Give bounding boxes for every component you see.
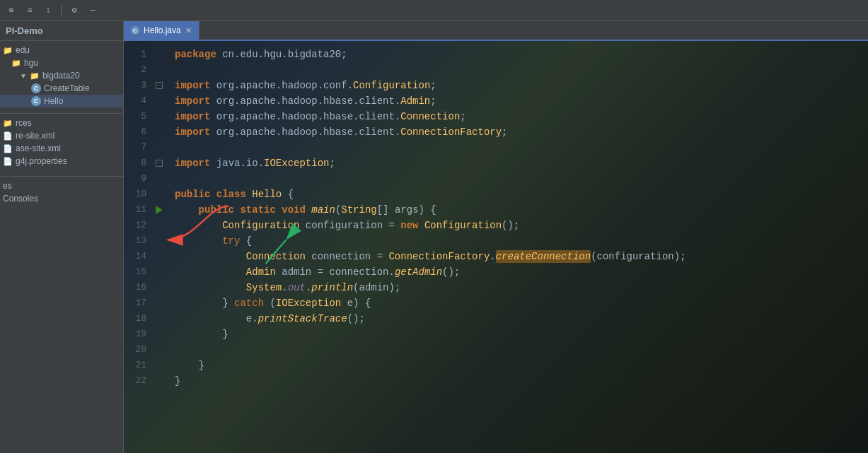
tab-label-hello: Hello.java xyxy=(144,25,181,35)
code-token: java.io. xyxy=(210,158,264,169)
sidebar-label-ase-site: ase-site.xml xyxy=(16,143,61,153)
code-line: e.printStackTrace(); xyxy=(175,311,860,326)
tab-close-button[interactable]: ✕ xyxy=(185,26,192,35)
code-token: (admin); xyxy=(353,282,400,293)
toolbar-icon-settings[interactable]: ⚙ xyxy=(69,5,80,16)
gutter-empty xyxy=(152,171,166,187)
line-number: 8 xyxy=(124,155,146,171)
toolbar-icon-minimize[interactable]: — xyxy=(87,5,98,16)
line-number: 13 xyxy=(124,233,146,249)
code-line: public class Hello { xyxy=(175,187,860,202)
gutter-empty xyxy=(152,280,166,295)
code-token xyxy=(175,266,246,278)
project-name: PI-Demo xyxy=(0,21,123,41)
code-line: System.out.println(admin); xyxy=(175,280,860,295)
keyword-token: import xyxy=(175,95,210,107)
run-marker[interactable] xyxy=(152,202,166,218)
sidebar-item-createtable[interactable]: C CreateTable xyxy=(0,82,123,95)
code-token: ; xyxy=(430,95,436,107)
line-number: 1 xyxy=(124,47,146,62)
code-line: import org.apache.hadoop.conf.Configurat… xyxy=(175,78,860,93)
classname-token: Connection xyxy=(400,111,460,122)
sidebar-item-es[interactable]: es xyxy=(0,180,123,192)
sidebar-label-bigdata20: bigdata20 xyxy=(42,71,80,81)
code-line: import java.io.IOException; xyxy=(175,155,860,171)
highlight-token: createConnection xyxy=(496,250,591,263)
classname-token: Hello xyxy=(252,189,282,200)
code-token: { xyxy=(282,189,294,200)
gutter-empty xyxy=(152,264,166,280)
folder-icon-edu: 📁 xyxy=(3,46,13,55)
code-content[interactable]: package cn.edu.hgu.bigdata20; import org… xyxy=(166,41,868,453)
keyword-token: void xyxy=(282,204,306,216)
sidebar-label-consoles: Consoles xyxy=(3,194,38,204)
code-token: (); xyxy=(347,313,365,324)
line-number: 20 xyxy=(124,342,146,358)
classname-token: Configuration xyxy=(424,220,502,231)
sidebar-item-hello[interactable]: C Hello xyxy=(0,95,123,107)
gutter-empty xyxy=(152,249,166,264)
gutter-empty xyxy=(152,93,166,109)
line-number: 2 xyxy=(124,62,146,78)
sidebar-item-edu[interactable]: 📁 edu xyxy=(0,44,123,57)
classname-token: Admin xyxy=(246,266,276,278)
toolbar: ⊕ ≡ ↕ ⚙ — xyxy=(0,0,868,21)
method-token: main xyxy=(311,204,335,216)
line-number: 9 xyxy=(124,171,146,187)
line-number: 5 xyxy=(124,109,146,124)
file-icon-ase-site: 📄 xyxy=(3,144,13,153)
line-number: 12 xyxy=(124,218,146,233)
fold-marker[interactable]: − xyxy=(152,155,166,171)
folder-icon-rces: 📁 xyxy=(3,119,13,128)
code-token xyxy=(210,189,216,200)
keyword-token: import xyxy=(175,158,210,169)
gutter-empty xyxy=(152,342,166,358)
code-token: (); xyxy=(442,266,460,278)
code-token: ( xyxy=(264,298,276,309)
sidebar-item-re-site-xml[interactable]: 📄 re-site.xml xyxy=(0,129,123,142)
code-line: public static void main(String[] args) { xyxy=(175,202,860,218)
code-token xyxy=(276,204,282,216)
editor-scroll[interactable]: 12345678910111213141516171819202122 −− p… xyxy=(124,41,868,453)
sidebar-item-hgu[interactable]: 📁 hgu xyxy=(0,57,123,69)
code-token xyxy=(175,204,199,216)
sidebar-tree: 📁 edu 📁 hgu ▼ 📁 bigdata20 C CreateTable … xyxy=(0,41,123,453)
code-line: try { xyxy=(175,233,860,249)
file-icon-re-site: 📄 xyxy=(3,131,13,141)
toolbar-icon-sort[interactable]: ↕ xyxy=(42,5,54,16)
sidebar-label-rces: rces xyxy=(16,118,32,128)
sidebar-item-bigdata20[interactable]: ▼ 📁 bigdata20 xyxy=(0,69,123,82)
code-token: admin = connection. xyxy=(276,266,395,278)
sidebar-item-g4j[interactable]: 📄 g4j.properties xyxy=(0,155,123,167)
sidebar-label-hello: Hello xyxy=(44,96,63,106)
code-token: } xyxy=(175,375,180,387)
tab-hello-java[interactable]: C Hello.java ✕ xyxy=(124,21,199,40)
keyword-token: public xyxy=(175,189,210,200)
sidebar-item-rces[interactable]: 📁 rces xyxy=(0,117,123,129)
line-number: 15 xyxy=(124,264,146,280)
toolbar-icon-menu[interactable]: ≡ xyxy=(24,5,35,16)
code-token xyxy=(175,298,222,309)
code-token: ; xyxy=(329,158,335,169)
classname-token: IOException xyxy=(264,158,329,169)
tab-file-icon: C xyxy=(131,26,139,35)
fold-marker[interactable]: − xyxy=(152,78,166,93)
sidebar-item-ase-site-xml[interactable]: 📄 ase-site.xml xyxy=(0,142,123,155)
folder-icon-bigdata20: 📁 xyxy=(30,71,40,81)
code-line: } xyxy=(175,326,860,342)
gutter-empty xyxy=(152,295,166,311)
line-number: 6 xyxy=(124,124,146,140)
package-token: package xyxy=(175,49,216,60)
gutter-empty xyxy=(152,326,166,342)
code-token: configuration = xyxy=(299,220,400,231)
code-token: [] args) { xyxy=(377,204,436,216)
java-icon-createtable: C xyxy=(31,83,41,93)
gutter-empty xyxy=(152,62,166,78)
keyword-token: static xyxy=(240,204,275,216)
toolbar-icon-globe[interactable]: ⊕ xyxy=(6,5,17,16)
code-line xyxy=(175,171,860,187)
static-var-token: out xyxy=(288,282,306,293)
sidebar-item-consoles[interactable]: Consoles xyxy=(0,192,123,205)
sidebar-label-edu: edu xyxy=(16,45,30,55)
code-line xyxy=(175,140,860,155)
